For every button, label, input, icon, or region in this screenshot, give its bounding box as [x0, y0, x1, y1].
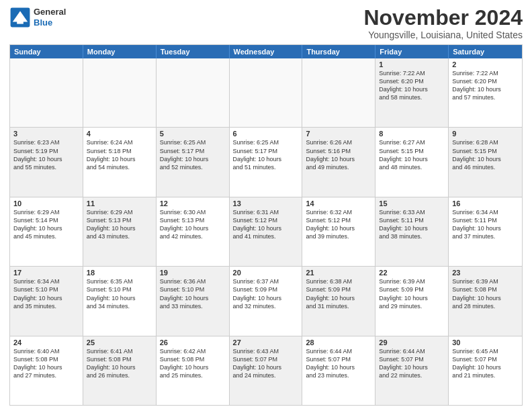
- day-info: Sunrise: 6:39 AM Sunset: 5:08 PM Dayligh…: [452, 277, 519, 310]
- day-info: Sunrise: 6:23 AM Sunset: 5:19 PM Dayligh…: [13, 138, 79, 171]
- day-number: 11: [87, 199, 152, 208]
- day-number: 28: [306, 338, 371, 347]
- day-cell-5: 5Sunrise: 6:25 AM Sunset: 5:17 PM Daylig…: [157, 128, 230, 196]
- logo-general: General: [34, 7, 66, 17]
- day-cell-9: 9Sunrise: 6:28 AM Sunset: 5:15 PM Daylig…: [449, 128, 522, 196]
- day-number: 25: [87, 338, 152, 347]
- day-cell-18: 18Sunrise: 6:35 AM Sunset: 5:10 PM Dayli…: [83, 267, 157, 335]
- day-cell-27: 27Sunrise: 6:43 AM Sunset: 5:07 PM Dayli…: [230, 336, 303, 405]
- day-cell-13: 13Sunrise: 6:31 AM Sunset: 5:12 PM Dayli…: [230, 197, 303, 266]
- day-number: 22: [379, 269, 445, 277]
- day-cell-22: 22Sunrise: 6:39 AM Sunset: 5:09 PM Dayli…: [375, 267, 449, 335]
- day-cell-16: 16Sunrise: 6:34 AM Sunset: 5:11 PM Dayli…: [449, 197, 522, 266]
- day-number: 10: [13, 199, 79, 208]
- weekday-header-friday: Friday: [375, 45, 449, 58]
- day-number: 13: [233, 199, 299, 208]
- weekday-header-thursday: Thursday: [302, 45, 375, 58]
- day-number: 30: [452, 338, 519, 347]
- empty-cell-0-4: [302, 58, 375, 127]
- day-cell-24: 24Sunrise: 6:40 AM Sunset: 5:08 PM Dayli…: [10, 336, 83, 405]
- day-number: 20: [233, 269, 299, 277]
- day-cell-6: 6Sunrise: 6:25 AM Sunset: 5:17 PM Daylig…: [230, 128, 303, 196]
- day-info: Sunrise: 6:24 AM Sunset: 5:18 PM Dayligh…: [87, 138, 152, 171]
- day-number: 23: [452, 269, 519, 277]
- day-info: Sunrise: 6:45 AM Sunset: 5:07 PM Dayligh…: [452, 347, 519, 380]
- day-number: 17: [13, 269, 79, 277]
- day-info: Sunrise: 6:44 AM Sunset: 5:07 PM Dayligh…: [379, 347, 445, 380]
- day-info: Sunrise: 6:28 AM Sunset: 5:15 PM Dayligh…: [452, 138, 519, 171]
- day-info: Sunrise: 6:30 AM Sunset: 5:13 PM Dayligh…: [160, 208, 226, 241]
- calendar-row-4: 24Sunrise: 6:40 AM Sunset: 5:08 PM Dayli…: [10, 336, 522, 405]
- day-info: Sunrise: 6:25 AM Sunset: 5:17 PM Dayligh…: [233, 138, 299, 171]
- day-info: Sunrise: 6:41 AM Sunset: 5:08 PM Dayligh…: [87, 347, 152, 380]
- calendar-row-1: 3Sunrise: 6:23 AM Sunset: 5:19 PM Daylig…: [10, 127, 522, 196]
- day-cell-8: 8Sunrise: 6:27 AM Sunset: 5:15 PM Daylig…: [375, 128, 449, 196]
- day-number: 1: [379, 60, 445, 68]
- day-cell-7: 7Sunrise: 6:26 AM Sunset: 5:16 PM Daylig…: [302, 128, 375, 196]
- empty-cell-0-3: [230, 58, 303, 127]
- day-info: Sunrise: 6:25 AM Sunset: 5:17 PM Dayligh…: [160, 138, 226, 171]
- day-cell-12: 12Sunrise: 6:30 AM Sunset: 5:13 PM Dayli…: [157, 197, 230, 266]
- day-number: 6: [233, 130, 299, 138]
- logo-icon: [9, 7, 31, 28]
- day-cell-3: 3Sunrise: 6:23 AM Sunset: 5:19 PM Daylig…: [10, 128, 83, 196]
- calendar-row-3: 17Sunrise: 6:34 AM Sunset: 5:10 PM Dayli…: [10, 266, 522, 335]
- day-cell-1: 1Sunrise: 7:22 AM Sunset: 6:20 PM Daylig…: [375, 58, 449, 127]
- day-info: Sunrise: 6:29 AM Sunset: 5:13 PM Dayligh…: [87, 208, 152, 241]
- day-number: 8: [379, 130, 445, 138]
- day-cell-11: 11Sunrise: 6:29 AM Sunset: 5:13 PM Dayli…: [83, 197, 157, 266]
- day-number: 19: [160, 269, 226, 277]
- logo-text: General Blue: [34, 7, 66, 28]
- day-cell-17: 17Sunrise: 6:34 AM Sunset: 5:10 PM Dayli…: [10, 267, 83, 335]
- location: Youngsville, Louisiana, United States: [363, 30, 523, 40]
- page: General Blue November 2024 Youngsville, …: [0, 0, 532, 411]
- day-number: 14: [306, 199, 371, 208]
- day-info: Sunrise: 6:34 AM Sunset: 5:10 PM Dayligh…: [13, 277, 79, 310]
- day-cell-2: 2Sunrise: 7:22 AM Sunset: 6:20 PM Daylig…: [449, 58, 522, 127]
- day-number: 24: [13, 338, 79, 347]
- day-info: Sunrise: 6:37 AM Sunset: 5:09 PM Dayligh…: [233, 277, 299, 310]
- weekday-header-monday: Monday: [83, 45, 157, 58]
- day-info: Sunrise: 6:42 AM Sunset: 5:08 PM Dayligh…: [160, 347, 226, 380]
- day-number: 12: [160, 199, 226, 208]
- day-info: Sunrise: 6:38 AM Sunset: 5:09 PM Dayligh…: [306, 277, 371, 310]
- calendar-row-2: 10Sunrise: 6:29 AM Sunset: 5:14 PM Dayli…: [10, 197, 522, 266]
- svg-rect-2: [17, 21, 24, 24]
- calendar-header: SundayMondayTuesdayWednesdayThursdayFrid…: [10, 45, 522, 58]
- day-info: Sunrise: 6:35 AM Sunset: 5:10 PM Dayligh…: [87, 277, 152, 310]
- day-cell-20: 20Sunrise: 6:37 AM Sunset: 5:09 PM Dayli…: [230, 267, 303, 335]
- day-info: Sunrise: 7:22 AM Sunset: 6:20 PM Dayligh…: [452, 69, 519, 102]
- day-info: Sunrise: 6:36 AM Sunset: 5:10 PM Dayligh…: [160, 277, 226, 310]
- day-number: 21: [306, 269, 371, 277]
- day-cell-30: 30Sunrise: 6:45 AM Sunset: 5:07 PM Dayli…: [449, 336, 522, 405]
- day-info: Sunrise: 6:31 AM Sunset: 5:12 PM Dayligh…: [233, 208, 299, 241]
- day-cell-21: 21Sunrise: 6:38 AM Sunset: 5:09 PM Dayli…: [302, 267, 375, 335]
- header: General Blue November 2024 Youngsville, …: [9, 7, 523, 40]
- day-number: 15: [379, 199, 445, 208]
- day-cell-4: 4Sunrise: 6:24 AM Sunset: 5:18 PM Daylig…: [83, 128, 157, 196]
- day-number: 7: [306, 130, 371, 138]
- day-info: Sunrise: 6:34 AM Sunset: 5:11 PM Dayligh…: [452, 208, 519, 241]
- day-number: 29: [379, 338, 445, 347]
- day-cell-15: 15Sunrise: 6:33 AM Sunset: 5:11 PM Dayli…: [375, 197, 449, 266]
- day-cell-25: 25Sunrise: 6:41 AM Sunset: 5:08 PM Dayli…: [83, 336, 157, 405]
- calendar-body: 1Sunrise: 7:22 AM Sunset: 6:20 PM Daylig…: [10, 58, 522, 405]
- day-number: 2: [452, 60, 519, 68]
- weekday-header-wednesday: Wednesday: [230, 45, 303, 58]
- day-cell-28: 28Sunrise: 6:44 AM Sunset: 5:07 PM Dayli…: [302, 336, 375, 405]
- day-info: Sunrise: 6:39 AM Sunset: 5:09 PM Dayligh…: [379, 277, 445, 310]
- day-number: 3: [13, 130, 79, 138]
- day-cell-26: 26Sunrise: 6:42 AM Sunset: 5:08 PM Dayli…: [157, 336, 230, 405]
- day-info: Sunrise: 6:40 AM Sunset: 5:08 PM Dayligh…: [13, 347, 79, 380]
- day-info: Sunrise: 6:43 AM Sunset: 5:07 PM Dayligh…: [233, 347, 299, 380]
- day-number: 26: [160, 338, 226, 347]
- month-title: November 2024: [363, 7, 523, 28]
- day-number: 4: [87, 130, 152, 138]
- day-number: 16: [452, 199, 519, 208]
- day-info: Sunrise: 6:26 AM Sunset: 5:16 PM Dayligh…: [306, 138, 371, 171]
- day-info: Sunrise: 6:29 AM Sunset: 5:14 PM Dayligh…: [13, 208, 79, 241]
- weekday-header-saturday: Saturday: [449, 45, 522, 58]
- day-number: 27: [233, 338, 299, 347]
- day-info: Sunrise: 7:22 AM Sunset: 6:20 PM Dayligh…: [379, 69, 445, 102]
- day-number: 9: [452, 130, 519, 138]
